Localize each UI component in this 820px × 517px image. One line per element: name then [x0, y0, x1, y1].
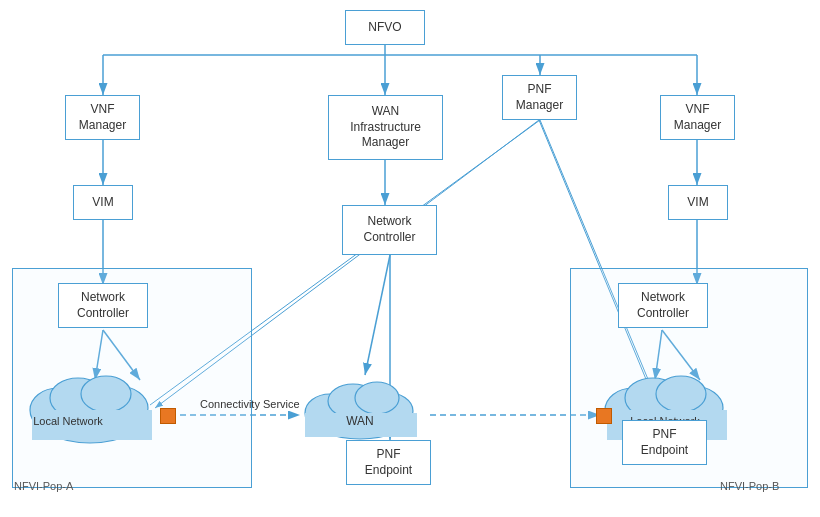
network-controller-center-box: NetworkController	[342, 205, 437, 255]
pnf-endpoint-center-box: PNFEndpoint	[346, 440, 431, 485]
svg-point-36	[355, 382, 399, 414]
pnf-endpoint-right-box: PNFEndpoint	[622, 420, 707, 465]
vim-right-box: VIM	[668, 185, 728, 220]
vnf-manager-left-box: VNFManager	[65, 95, 140, 140]
svg-text:WAN: WAN	[346, 414, 374, 428]
wan-infra-manager-box: WANInfrastructureManager	[328, 95, 443, 160]
nfvi-pop-b-label: NFVI-Pop-B	[720, 480, 779, 492]
network-controller-right-box: NetworkController	[618, 283, 708, 328]
connectivity-service-label: Connectivity Service	[200, 398, 300, 410]
svg-text:Local Network: Local Network	[33, 415, 103, 427]
vnf-manager-right-box: VNFManager	[660, 95, 735, 140]
svg-point-43	[656, 376, 706, 412]
diagram-container: NFVO VNFManager VNFManager PNFManager WA…	[0, 0, 820, 517]
vim-left-box: VIM	[73, 185, 133, 220]
nfvo-box: NFVO	[345, 10, 425, 45]
local-network-cloud-left: Local Network	[18, 350, 163, 445]
connector-right	[596, 408, 612, 424]
connector-left	[160, 408, 176, 424]
pnf-manager-box: PNFManager	[502, 75, 577, 120]
svg-point-29	[81, 376, 131, 412]
nfvi-pop-a-label: NFVI-Pop-A	[14, 480, 73, 492]
wan-cloud: WAN	[295, 365, 425, 440]
network-controller-left-box: NetworkController	[58, 283, 148, 328]
svg-line-17	[365, 255, 390, 375]
